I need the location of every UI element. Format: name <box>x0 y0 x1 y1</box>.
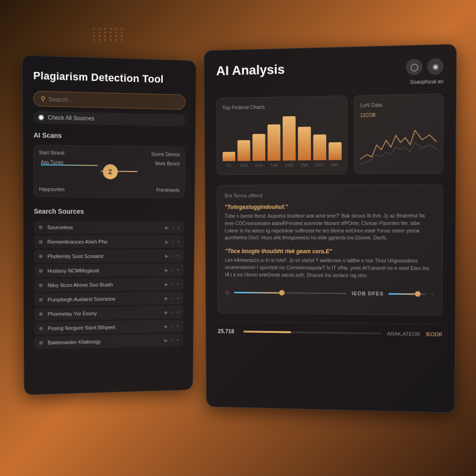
source-action-plus[interactable]: + <box>176 337 179 343</box>
slider-start-icon: ◎ <box>225 289 230 296</box>
source-item[interactable]: Posing Norgure Siant Bthpeet ▶ ○ + <box>34 319 183 335</box>
flow-node-6: Happountes <box>39 187 65 192</box>
progress-label-left: ARAK,ATEOR <box>387 331 420 337</box>
slider-fill-2 <box>388 293 415 295</box>
panel-header: AI Analysis ◯ ◉ Soaophical an <box>216 58 443 89</box>
user-icon[interactable]: ◯ <box>406 59 422 75</box>
source-item[interactable]: Pumpbegh Audaest Soonetoe ▶ ○ + <box>34 291 184 306</box>
bar-7 <box>313 134 326 160</box>
source-action-plus[interactable]: + <box>177 225 180 230</box>
source-item[interactable]: Remembrances Aheh Pho ▶ ○ + <box>34 235 184 249</box>
source-action-circle[interactable]: ○ <box>171 310 174 315</box>
source-action-plus[interactable]: + <box>176 324 179 329</box>
search-sources-title: Search Sources <box>34 207 185 215</box>
progress-value: 25.718 <box>218 328 238 335</box>
source-action-arrow[interactable]: ▶ <box>165 324 168 329</box>
source-action-plus[interactable]: + <box>177 267 179 272</box>
source-action-circle[interactable]: ○ <box>172 253 174 258</box>
x-label-8: S40 <box>328 162 341 167</box>
source-action-arrow[interactable]: ▶ <box>165 225 169 230</box>
source-name: Baletonanter Kitaboogy <box>48 337 160 345</box>
source-name: Hostany NCMMogaust <box>47 267 160 274</box>
text-block-1: "Tohrgastuggindouhuf." Tvbe s Isente fte… <box>225 203 435 242</box>
source-bullet <box>39 298 43 302</box>
flow-node-1: Start Strand <box>39 150 65 156</box>
line-chart <box>360 120 437 169</box>
source-action-arrow[interactable]: ▶ <box>165 337 168 343</box>
source-item[interactable]: Hostany NCMMogaust ▶ ○ + <box>34 264 184 278</box>
flow-diagram: Start Strand Scene Demos Aas Tunes Work … <box>33 145 185 198</box>
progress-bar-track[interactable] <box>244 331 382 335</box>
source-item[interactable]: Phorinetay Yur Esony ▶ ○ + <box>34 305 184 321</box>
source-item[interactable]: Nilvy Ilicon Ahove Soo Buath ▶ ○ + <box>34 278 184 292</box>
line-chart-sub: 11COB <box>360 112 437 118</box>
slider-thumb-2[interactable] <box>415 291 420 297</box>
slider-thumb[interactable] <box>279 290 284 296</box>
bar-1 <box>223 152 235 161</box>
slider-label: IEOB DFES <box>352 291 384 297</box>
source-action-circle[interactable]: ○ <box>171 281 174 286</box>
sources-list: Sourceless ▶ ○ + Remembrances Aheh Pho ▶… <box>34 221 184 350</box>
panel-title: AI Analysis <box>216 62 285 78</box>
source-bullet <box>39 225 42 229</box>
source-bullet <box>39 341 43 344</box>
slider-fill <box>234 292 279 294</box>
source-actions: ▶ ○ + <box>165 296 179 301</box>
bar-6 <box>298 127 311 161</box>
slider-row: ◎ IEOB DFES ○ <box>225 289 434 298</box>
settings-icon[interactable]: ◉ <box>427 58 443 75</box>
flow-node-4: Work Berich <box>155 161 180 166</box>
x-label-7: ZAO <box>313 163 326 167</box>
source-toggle-label: Check All Sources <box>48 114 94 122</box>
text-highlight-2: "Tbce boogte thouibht rtek geam cora.E" <box>225 248 435 255</box>
source-action-circle[interactable]: ○ <box>171 324 173 329</box>
source-action-arrow[interactable]: ▶ <box>165 239 169 244</box>
source-bullet <box>39 240 42 244</box>
search-input[interactable] <box>48 95 178 106</box>
line-chart-label: LoN Data <box>360 101 437 108</box>
source-action-circle[interactable]: ○ <box>172 239 174 244</box>
source-name: Pumpbegh Audaest Soonetoe <box>47 296 160 303</box>
source-action-circle[interactable]: ○ <box>171 337 173 343</box>
source-bullet <box>39 327 43 331</box>
text-section-label: Bot Terms offernt <box>225 192 435 198</box>
right-panel: AI Analysis ◯ ◉ Soaophical an Top Federa… <box>204 44 456 413</box>
source-item[interactable]: Baletonanter Kitaboogy ▶ ○ + <box>34 333 183 349</box>
source-action-plus[interactable]: + <box>177 281 179 286</box>
source-action-circle[interactable]: ○ <box>171 267 174 272</box>
source-action-plus[interactable]: + <box>176 310 179 315</box>
source-action-circle[interactable]: ○ <box>171 296 174 301</box>
source-action-arrow[interactable]: ▶ <box>165 253 169 258</box>
source-item[interactable]: Phofernity Soot Screamt ▶ ○ + <box>34 249 184 263</box>
slider-track[interactable] <box>234 292 347 294</box>
source-name: Sourceless <box>47 225 161 230</box>
ai-scans-title: AI Scans <box>33 131 185 141</box>
search-bar[interactable]: ⚲ <box>33 91 185 110</box>
source-actions: ▶ ○ + <box>165 281 179 286</box>
bar-chart-container: Top Federal Charts TA TAO ZAS TAE ZAB Z9… <box>216 95 347 175</box>
source-action-plus[interactable]: + <box>177 253 179 258</box>
bar-5 <box>283 116 296 161</box>
x-label-5: ZAB <box>283 163 296 167</box>
source-toggle[interactable]: Check All Sources <box>33 111 185 126</box>
source-action-arrow[interactable]: ▶ <box>165 267 169 272</box>
source-item[interactable]: Sourceless ▶ ○ + <box>34 221 184 234</box>
source-action-circle[interactable]: ○ <box>172 225 174 230</box>
source-bullet <box>39 269 43 273</box>
left-panel: Plagiarism Detection Tool ⚲ Check All So… <box>22 55 196 395</box>
source-action-arrow[interactable]: ▶ <box>165 296 168 301</box>
source-action-arrow[interactable]: ▶ <box>165 282 169 287</box>
source-action-arrow[interactable]: ▶ <box>165 310 168 315</box>
x-label-6: Z99 <box>298 163 311 167</box>
source-actions: ▶ ○ + <box>165 324 179 329</box>
source-action-plus[interactable]: + <box>177 296 179 301</box>
source-action-plus[interactable]: + <box>177 239 180 244</box>
toggle-dot <box>38 114 44 120</box>
text-block-2: "Tbce boogte thouibht rtek geam cora.E" … <box>225 248 435 279</box>
left-panel-title: Plagiarism Detection Tool <box>33 69 185 86</box>
source-name: Posing Norgure Siant Bthpeet <box>47 324 160 331</box>
bar-3 <box>252 134 265 161</box>
x-label-4: TAE <box>268 163 281 168</box>
x-label-2: TAO <box>238 163 250 168</box>
slider-track-2[interactable] <box>388 293 426 295</box>
